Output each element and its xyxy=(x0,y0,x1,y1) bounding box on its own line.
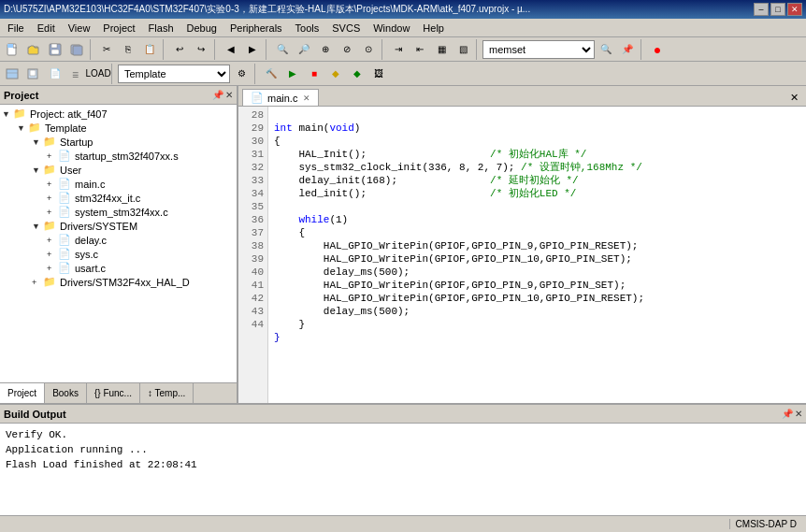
build-panel-close-icon[interactable]: ✕ xyxy=(795,409,802,419)
menu-view[interactable]: View xyxy=(63,22,96,35)
menu-help[interactable]: Help xyxy=(417,22,450,35)
tree-stm32-it[interactable]: + 📄 stm32f4xx_it.c xyxy=(0,191,237,205)
close-button[interactable]: ✕ xyxy=(787,3,802,16)
code-container[interactable]: 28 29 30 31 32 33 34 35 36 37 38 39 40 4… xyxy=(238,107,806,403)
tree-main-c[interactable]: + 📄 main.c xyxy=(0,177,237,191)
editor-tab-main-c[interactable]: 📄 main.c ✕ xyxy=(242,89,319,106)
tree-sys-c[interactable]: + 📄 sys.c xyxy=(0,247,237,261)
nav-fwd-button[interactable]: ▶ xyxy=(242,39,263,60)
tree-system-stm32[interactable]: + 📄 system_stm32f4xx.c xyxy=(0,205,237,219)
build-content: Verify OK. Application running ... Flash… xyxy=(0,424,806,515)
find4-button[interactable]: ⊘ xyxy=(337,39,357,60)
undo-button[interactable]: ↩ xyxy=(169,39,190,60)
tab-temp[interactable]: ↕ Temp... xyxy=(140,383,194,403)
tb2-build[interactable]: 🔨 xyxy=(261,64,281,84)
config-button[interactable]: ● xyxy=(647,39,668,60)
toolbar-secondary: 📄 ≡ LOAD Template ⚙ 🔨 ▶ ■ ◆ ◆ 🖼 xyxy=(0,62,806,86)
status-bar: CMSIS-DAP D xyxy=(0,515,806,532)
menu-svcs[interactable]: SVCS xyxy=(326,22,366,35)
editor-tabs: 📄 main.c ✕ ✕ xyxy=(238,86,806,107)
main-c-expand: + xyxy=(47,180,58,189)
tree-root[interactable]: ▼ 📁 Project: atk_f407 xyxy=(0,107,237,121)
panel-close-icon[interactable]: ✕ xyxy=(225,90,233,100)
tree-delay-c[interactable]: + 📄 delay.c xyxy=(0,233,237,247)
window-controls: – □ ✕ xyxy=(754,3,802,16)
tb2-btn4[interactable]: ≡ xyxy=(66,64,87,84)
svg-text:≡: ≡ xyxy=(72,68,79,80)
svg-rect-5 xyxy=(51,50,59,54)
indent-button[interactable]: ⇥ xyxy=(388,39,409,60)
toolbar-sep-2 xyxy=(163,39,166,60)
menu-edit[interactable]: Edit xyxy=(32,22,61,35)
tree-drivers-system[interactable]: ▼ 📁 Drivers/SYSTEM xyxy=(0,219,237,233)
root-expand-icon: ▼ xyxy=(2,109,13,119)
menu-tools[interactable]: Tools xyxy=(290,22,325,35)
bookmark-button[interactable]: ▦ xyxy=(431,39,452,60)
drivers-hal-icon: 📁 xyxy=(43,276,58,288)
tb2-btn5[interactable]: LOAD xyxy=(88,64,108,84)
tb2-btn2[interactable] xyxy=(23,64,44,84)
find3-button[interactable]: ⊕ xyxy=(315,39,336,60)
menu-file[interactable]: File xyxy=(2,22,30,35)
cut-button[interactable]: ✂ xyxy=(96,39,117,60)
project-tree: ▼ 📁 Project: atk_f407 ▼ 📁 Template ▼ 📁 xyxy=(0,105,237,382)
menu-debug[interactable]: Debug xyxy=(181,22,223,35)
stm32-it-icon: 📄 xyxy=(58,192,73,204)
save-all-button[interactable] xyxy=(66,39,87,60)
code-editor[interactable]: int main(void) { HAL_Init(); /* 初始化HAL库 … xyxy=(268,107,806,403)
tb2-diamond2[interactable]: ◆ xyxy=(347,64,367,84)
maximize-button[interactable]: □ xyxy=(770,3,785,16)
new-file-button[interactable] xyxy=(2,39,22,60)
stm32-it-expand: + xyxy=(47,194,58,203)
save-button[interactable] xyxy=(45,39,65,60)
tree-startup-group[interactable]: ▼ 📁 Startup xyxy=(0,135,237,149)
tab-project-label: Project xyxy=(7,388,36,398)
build-panel-pin-icon[interactable]: 📌 xyxy=(782,409,793,419)
menu-window[interactable]: Window xyxy=(367,22,415,35)
menu-peripherals[interactable]: Peripherals xyxy=(224,22,288,35)
tb2-stop[interactable]: ■ xyxy=(304,64,324,84)
find5-button[interactable]: ⊙ xyxy=(358,39,379,60)
outdent-button[interactable]: ⇤ xyxy=(410,39,430,60)
paste-button[interactable]: 📋 xyxy=(139,39,160,60)
root-project-icon: 📁 xyxy=(13,108,28,120)
redo-button[interactable]: ↪ xyxy=(191,39,211,60)
tab-close-icon[interactable]: ✕ xyxy=(303,93,310,103)
copy-button[interactable]: ⎘ xyxy=(118,39,138,60)
find2-button[interactable]: 🔎 xyxy=(294,39,314,60)
sys-c-expand: + xyxy=(47,250,58,259)
tree-user-group[interactable]: ▼ 📁 User xyxy=(0,163,237,177)
cmsis-status: CMSIS-DAP D xyxy=(729,519,802,529)
tb2-run[interactable]: ▶ xyxy=(282,64,303,84)
tb2-btn1[interactable] xyxy=(2,64,22,84)
tb2-btn6[interactable]: ⚙ xyxy=(231,64,252,84)
user-group-icon: 📁 xyxy=(43,164,58,176)
search-btn2[interactable]: 📌 xyxy=(617,39,638,60)
panel-pin-icon[interactable]: 📌 xyxy=(212,90,223,100)
build-line-3: Flash Load finished at 22:08:41 xyxy=(6,457,800,472)
bookmark2-button[interactable]: ▧ xyxy=(453,39,473,60)
tb2-btn3[interactable]: 📄 xyxy=(45,64,65,84)
toolbar-sep-3 xyxy=(214,39,218,60)
toolbar-sep-5 xyxy=(381,39,385,60)
tree-drivers-hal[interactable]: + 📁 Drivers/STM32F4xx_HAL_D xyxy=(0,275,237,289)
tab-func[interactable]: {} Func... xyxy=(87,383,140,403)
tree-usart-c[interactable]: + 📄 usart.c xyxy=(0,261,237,275)
usart-c-icon: 📄 xyxy=(58,262,73,274)
open-file-button[interactable] xyxy=(23,39,44,60)
tb2-diamond1[interactable]: ◆ xyxy=(325,64,346,84)
search-btn1[interactable]: 🔍 xyxy=(596,39,616,60)
template-select[interactable]: Template xyxy=(118,65,230,83)
tree-startup-file[interactable]: + 📄 startup_stm32f407xx.s xyxy=(0,149,237,163)
minimize-button[interactable]: – xyxy=(754,3,769,16)
nav-back-button[interactable]: ◀ xyxy=(221,39,241,60)
tree-template[interactable]: ▼ 📁 Template xyxy=(0,121,237,135)
memset-select[interactable]: memset xyxy=(482,40,595,59)
tb2-pic[interactable]: 🖼 xyxy=(368,64,389,84)
editor-close-button[interactable]: ✕ xyxy=(786,90,802,106)
menu-project[interactable]: Project xyxy=(97,22,140,35)
menu-flash[interactable]: Flash xyxy=(143,22,180,35)
find-button[interactable]: 🔍 xyxy=(272,39,293,60)
tab-books[interactable]: Books xyxy=(45,383,87,403)
tab-project[interactable]: Project xyxy=(0,383,45,403)
